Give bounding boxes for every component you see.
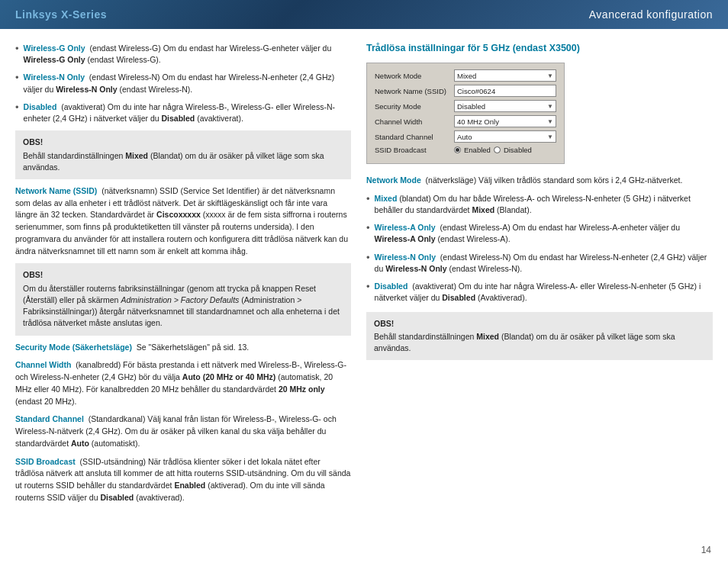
wireless-g-label: Wireless-G Only bbox=[24, 43, 85, 53]
right-mixed-label: Mixed bbox=[375, 194, 398, 203]
right-bullet-disabled: • Disabled (avaktiverat) Om du inte har … bbox=[366, 281, 713, 304]
ui-select-standard-channel-value: Auto bbox=[457, 133, 472, 141]
left-column: • Wireless-G Only (endast Wireless-G) Om… bbox=[15, 43, 351, 510]
wireless-n-bold: Wireless-N Only bbox=[56, 85, 117, 94]
disabled-label: Disabled bbox=[24, 102, 57, 111]
page-number: 14 bbox=[701, 545, 711, 555]
ui-select-network-mode-value: Mixed bbox=[457, 72, 476, 80]
right-bullet-wireless-a-text: Wireless-A Only (endast Wireless-A) Om d… bbox=[375, 222, 713, 245]
bullet-wireless-n-text: Wireless-N Only (endast Wireless-N) Om d… bbox=[24, 72, 351, 95]
right-note-title: OBS! bbox=[374, 318, 705, 330]
right-heading: Trådlösa inställningar för 5 GHz (endast… bbox=[366, 43, 713, 53]
right-mixed-bold: Mixed bbox=[472, 205, 494, 214]
ui-field-network-name-value: Cisco#0624 bbox=[457, 87, 495, 95]
right-bullet-wireless-n: • Wireless-N Only (endast Wireless-N) Om… bbox=[366, 252, 713, 275]
header: Linksys X-Series Avancerad konfiguration bbox=[0, 0, 728, 29]
ui-select-standard-channel-arrow: ▼ bbox=[547, 134, 553, 140]
ui-radio-enabled[interactable] bbox=[454, 146, 461, 153]
right-bullet-wireless-n-text: Wireless-N Only (endast Wireless-N) Om d… bbox=[375, 252, 713, 275]
note-text-2: Om du återställer routerns fabriksinstäl… bbox=[23, 284, 340, 328]
main-content: • Wireless-G Only (endast Wireless-G) Om… bbox=[0, 29, 728, 518]
ui-select-standard-channel[interactable]: Auto ▼ bbox=[454, 130, 556, 143]
channel-width-section: Channel Width (kanalbredd) För bästa pre… bbox=[15, 359, 351, 407]
ui-row-security-mode: Security Mode Disabled ▼ bbox=[375, 100, 556, 112]
right-wireless-a-bold: Wireless-A Only bbox=[375, 234, 436, 243]
ssid-broadcast-heading: SSID Broadcast bbox=[15, 457, 76, 466]
ui-select-security-mode[interactable]: Disabled ▼ bbox=[454, 100, 556, 112]
right-bullet-mixed: • Mixed (blandat) Om du har både Wireles… bbox=[366, 193, 713, 216]
ui-radio-disabled-label: Disabled bbox=[504, 146, 532, 154]
ui-screenshot-box: Network Mode Mixed ▼ Network Name (SSID)… bbox=[366, 63, 565, 164]
ui-label-ssid-broadcast: SSID Broadcast bbox=[375, 146, 451, 154]
bullet-dot: • bbox=[15, 43, 19, 54]
standard-channel-section: Standard Channel (Standardkanal) Välj ka… bbox=[15, 413, 351, 449]
ui-radio-disabled[interactable] bbox=[494, 146, 501, 153]
header-left: Linksys X-Series bbox=[15, 8, 107, 21]
bullet-wireless-g-text: Wireless-G Only (endast Wireless-G) Om d… bbox=[24, 43, 351, 66]
right-wireless-n-bold: Wireless-N Only bbox=[385, 264, 446, 273]
disabled-bold: Disabled bbox=[161, 114, 195, 123]
disabled-ssid: Disabled bbox=[100, 493, 134, 502]
ui-row-ssid-broadcast: SSID Broadcast Enabled Disabled bbox=[375, 146, 556, 154]
cisco-default: Ciscoxxxxx bbox=[156, 210, 201, 219]
right-disabled-label: Disabled bbox=[375, 282, 408, 291]
bullet-wireless-n: • Wireless-N Only (endast Wireless-N) Om… bbox=[15, 72, 351, 95]
ui-label-channel-width: Channel Width bbox=[375, 117, 451, 126]
right-bullet-dot-4: • bbox=[366, 281, 370, 292]
bullet-disabled-text: Disabled (avaktiverat) Om du inte har nå… bbox=[24, 101, 351, 124]
note-text-1: Behåll standardinställningen Mixed (Blan… bbox=[23, 151, 324, 172]
auto-20-40: Auto (20 MHz or 40 MHz) bbox=[182, 372, 276, 381]
auto-channel: Auto bbox=[71, 439, 89, 448]
ui-label-standard-channel: Standard Channel bbox=[375, 133, 451, 141]
ui-field-network-name[interactable]: Cisco#0624 bbox=[454, 85, 556, 97]
ssid-broadcast-section: SSID Broadcast (SSID-utsändning) När trå… bbox=[15, 456, 351, 504]
right-note-box: OBS! Behåll standardinställningen Mixed … bbox=[366, 312, 713, 361]
security-mode-section: Security Mode (Säkerhetsläge) Se "Säkerh… bbox=[15, 342, 351, 354]
security-mode-heading: Security Mode (Säkerhetsläge) bbox=[15, 343, 132, 352]
20-mhz-only: 20 MHz only bbox=[279, 384, 325, 394]
right-bullet-dot-2: • bbox=[366, 222, 370, 233]
ui-label-network-mode: Network Mode bbox=[375, 72, 451, 80]
right-note-mixed: Mixed bbox=[476, 332, 499, 341]
ui-radio-enabled-label: Enabled bbox=[464, 146, 491, 154]
note-title-2: OBS! bbox=[23, 269, 343, 281]
header-right: Avancerad konfiguration bbox=[589, 8, 713, 21]
network-name-heading: Network Name (SSID) bbox=[15, 186, 97, 195]
ui-select-channel-width-value: 40 MHz Only bbox=[457, 117, 499, 126]
right-disabled-bold: Disabled bbox=[442, 293, 475, 302]
wireless-n-label: Wireless-N Only bbox=[24, 72, 85, 82]
right-wireless-n-label: Wireless-N Only bbox=[375, 253, 436, 262]
bullet-disabled: • Disabled (avaktiverat) Om du inte har … bbox=[15, 101, 351, 124]
ui-select-network-mode[interactable]: Mixed ▼ bbox=[454, 69, 556, 82]
ui-label-network-name: Network Name (SSID) bbox=[375, 87, 451, 95]
bullet-dot-3: • bbox=[15, 101, 19, 113]
ui-radio-group-ssid: Enabled Disabled bbox=[454, 146, 532, 154]
ui-select-security-mode-value: Disabled bbox=[457, 102, 485, 111]
note-mixed-1: Mixed bbox=[125, 151, 148, 160]
right-column: Trådlösa inställningar för 5 GHz (endast… bbox=[366, 43, 713, 510]
ui-row-network-name: Network Name (SSID) Cisco#0624 bbox=[375, 85, 556, 97]
ui-select-channel-width-arrow: ▼ bbox=[547, 118, 553, 125]
network-name-paragraph: Network Name (SSID) (nätverksnamn) SSID … bbox=[15, 185, 351, 258]
standard-channel-heading: Standard Channel bbox=[15, 414, 84, 423]
right-bullet-dot-3: • bbox=[366, 252, 370, 263]
ui-row-standard-channel: Standard Channel Auto ▼ bbox=[375, 130, 556, 143]
channel-width-heading: Channel Width bbox=[15, 360, 71, 369]
ui-select-channel-width[interactable]: 40 MHz Only ▼ bbox=[454, 115, 556, 127]
enabled-label: Enabled bbox=[174, 481, 205, 490]
right-bullet-mixed-text: Mixed (blandat) Om du har både Wireless-… bbox=[375, 193, 713, 216]
ui-row-channel-width: Channel Width 40 MHz Only ▼ bbox=[375, 115, 556, 127]
wireless-g-bold: Wireless-G Only bbox=[24, 55, 85, 64]
note-title-1: OBS! bbox=[23, 137, 343, 148]
bullet-wireless-g: • Wireless-G Only (endast Wireless-G) Om… bbox=[15, 43, 351, 66]
right-bullet-wireless-a: • Wireless-A Only (endast Wireless-A) Om… bbox=[366, 222, 713, 245]
right-network-mode-heading: Network Mode bbox=[366, 175, 421, 185]
ui-select-network-mode-arrow: ▼ bbox=[547, 72, 553, 79]
right-note-text: Behåll standardinställningen Mixed (Blan… bbox=[374, 332, 675, 352]
right-bullet-dot-1: • bbox=[366, 193, 370, 204]
bullet-dot-2: • bbox=[15, 72, 19, 83]
right-bullet-disabled-text: Disabled (avaktiverat) Om du inte har nå… bbox=[375, 281, 713, 304]
ui-row-network-mode: Network Mode Mixed ▼ bbox=[375, 69, 556, 82]
note-box-1: OBS! Behåll standardinställningen Mixed … bbox=[15, 130, 351, 179]
note-box-2: OBS! Om du återställer routerns fabriksi… bbox=[15, 263, 351, 335]
